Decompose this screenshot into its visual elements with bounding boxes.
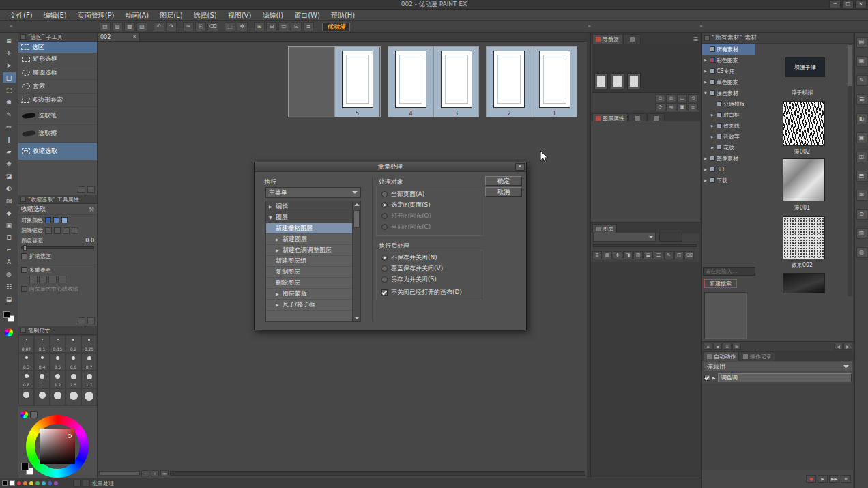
action-menu-button[interactable]: ≣: [841, 475, 851, 483]
minimize-button[interactable]: ─: [829, 1, 841, 8]
panel-shortcut-icon[interactable]: ◧: [856, 113, 867, 124]
option-save-as-close[interactable]: 另存为并关闭(S): [381, 275, 437, 284]
tree-item[interactable]: 复制图层: [266, 267, 360, 278]
deselect-button[interactable]: ⬚: [225, 22, 235, 31]
delete-layer-button[interactable]: ⌫: [684, 251, 694, 259]
checkbox-icon[interactable]: [381, 289, 388, 296]
material-subfolder[interactable]: ▶花纹: [702, 142, 755, 153]
brush-size-cell[interactable]: [34, 388, 50, 406]
layers-tab[interactable]: 图层: [592, 224, 617, 233]
horizontal-scrollbar-track[interactable]: [170, 471, 585, 476]
new-page-button[interactable]: ▤: [100, 22, 111, 31]
material-folder[interactable]: ▶单色图案: [702, 76, 755, 87]
tree-category[interactable]: ▶编辑: [266, 201, 360, 212]
collapse-panel-icon[interactable]: »: [699, 23, 703, 29]
ruler-tool-icon[interactable]: ⌐: [3, 244, 16, 255]
gradient-tool-icon[interactable]: ◆: [3, 207, 16, 218]
zoom-in-button[interactable]: ⊞: [254, 22, 265, 31]
snap-button[interactable]: ⊡: [291, 22, 302, 31]
main-sub-color-swatch[interactable]: [21, 463, 33, 475]
white-swatch[interactable]: [10, 480, 15, 486]
delete-subtool-button[interactable]: [87, 186, 95, 193]
step-action-button[interactable]: ▶▶: [829, 475, 839, 483]
udon-manga-button[interactable]: 优动漫: [322, 23, 350, 31]
radio-icon[interactable]: [381, 191, 388, 197]
scrollbar-thumb[interactable]: [353, 210, 360, 228]
brush-size-cell[interactable]: [50, 388, 66, 406]
brush-size-cell[interactable]: 0.07: [18, 335, 34, 353]
open-file-button[interactable]: ▥: [112, 22, 123, 31]
fit-screen-button[interactable]: ▭: [278, 22, 289, 31]
layer-list[interactable]: [591, 262, 700, 488]
tree-item[interactable]: 删除图层: [266, 278, 360, 289]
color-history-dot[interactable]: [29, 481, 33, 485]
brush-size-header[interactable]: 笔刷尺寸: [18, 326, 97, 335]
nav-zoom-in-button[interactable]: ⊕: [666, 94, 676, 102]
eyedropper-tool-icon[interactable]: ✱: [3, 97, 16, 107]
material-thumbnail[interactable]: [783, 216, 825, 259]
zoom-in-icon[interactable]: +: [151, 470, 159, 476]
airbrush-tool-icon[interactable]: ▰: [3, 146, 16, 156]
collapse-left-icon[interactable]: «: [10, 23, 13, 29]
subview-tab[interactable]: [623, 34, 641, 44]
material-thumbnail[interactable]: [783, 101, 825, 146]
view-list-button[interactable]: ≡: [723, 343, 732, 350]
scale-area-checkbox[interactable]: [21, 253, 27, 259]
option-overwrite-close[interactable]: 覆盖保存并关闭(V): [381, 264, 443, 273]
subtool-item-selection-eraser[interactable]: 选取擦: [18, 125, 97, 143]
menu-animation[interactable]: 动画(A): [120, 10, 155, 21]
radio-icon[interactable]: [381, 276, 388, 283]
merge-layer-button[interactable]: ⬓: [643, 251, 653, 259]
tree-item[interactable]: ▶图层蒙版: [266, 289, 360, 300]
copy-button[interactable]: ⎘: [195, 22, 206, 31]
balloon-tool-icon[interactable]: ◍: [3, 269, 16, 279]
correct-line-tool-icon[interactable]: ⬓: [3, 293, 16, 304]
text-tool-icon[interactable]: A: [3, 257, 16, 267]
menu-select[interactable]: 选择(S): [188, 10, 222, 21]
selection-tool-icon[interactable]: ▢: [3, 72, 16, 83]
zoom-out-icon[interactable]: −: [141, 470, 149, 476]
save-button[interactable]: ▦: [124, 22, 135, 31]
action-set-select[interactable]: 连载用: [704, 362, 852, 371]
navigator-preview[interactable]: [592, 44, 699, 93]
next-page-button[interactable]: ▶: [843, 343, 852, 350]
nav-zoom-out-button[interactable]: ⊖: [655, 94, 665, 102]
brush-size-cell[interactable]: 0.2: [66, 335, 81, 353]
material-folder[interactable]: ▶CS专用: [702, 66, 755, 76]
page-thumbnail[interactable]: 1: [532, 47, 577, 117]
vector-centerline-checkbox[interactable]: [21, 286, 27, 292]
menu-page-manage[interactable]: 页面管理(P): [72, 10, 120, 21]
target-color-chip[interactable]: [45, 217, 51, 223]
nav-rotate-left-button[interactable]: ⟲: [688, 94, 698, 102]
view-large-thumb-button[interactable]: ▪: [713, 343, 722, 350]
nav-fit-button[interactable]: ▭: [677, 94, 687, 102]
expand-icon[interactable]: ▶: [276, 302, 280, 307]
auto-action-tab[interactable]: 自动动作: [704, 351, 739, 361]
brush-tool-icon[interactable]: ❙: [3, 134, 16, 144]
panel-shortcut-icon[interactable]: ⚙: [856, 209, 867, 220]
menu-layer[interactable]: 图层(L): [154, 10, 188, 21]
nav-reset-button[interactable]: ≡: [688, 103, 698, 111]
move-tool-icon[interactable]: ✛: [3, 48, 16, 58]
option-all-pages[interactable]: 全部页面(A): [381, 190, 424, 199]
action-enabled-checkbox[interactable]: [704, 375, 710, 381]
zoom-out-button[interactable]: ⊟: [266, 22, 277, 31]
tree-item[interactable]: 新建图层组: [266, 256, 360, 267]
brush-size-cell[interactable]: 1.2: [50, 371, 66, 388]
maximize-button[interactable]: □: [842, 1, 854, 8]
ref-folder-button[interactable]: [48, 276, 57, 283]
cut-button[interactable]: ✂: [183, 22, 194, 31]
add-subtool-button[interactable]: [78, 186, 85, 193]
action-label[interactable]: 调色调: [718, 373, 852, 382]
tool-settings-button[interactable]: [87, 317, 95, 324]
eraser-tool-icon[interactable]: ◪: [3, 171, 16, 181]
ok-button[interactable]: 确定: [485, 176, 522, 186]
brush-size-cell[interactable]: 0.15: [50, 335, 66, 353]
brush-size-cell[interactable]: [81, 388, 97, 406]
brush-size-cell[interactable]: 1.5: [66, 371, 81, 388]
color-history-dot[interactable]: [42, 481, 46, 485]
menu-help[interactable]: 帮助(H): [326, 10, 360, 21]
tree-item[interactable]: ▶新建图层: [266, 234, 360, 245]
subtool-item-selection-pen[interactable]: 选取笔: [18, 107, 97, 125]
transfer-layer-button[interactable]: ▥: [633, 251, 643, 259]
